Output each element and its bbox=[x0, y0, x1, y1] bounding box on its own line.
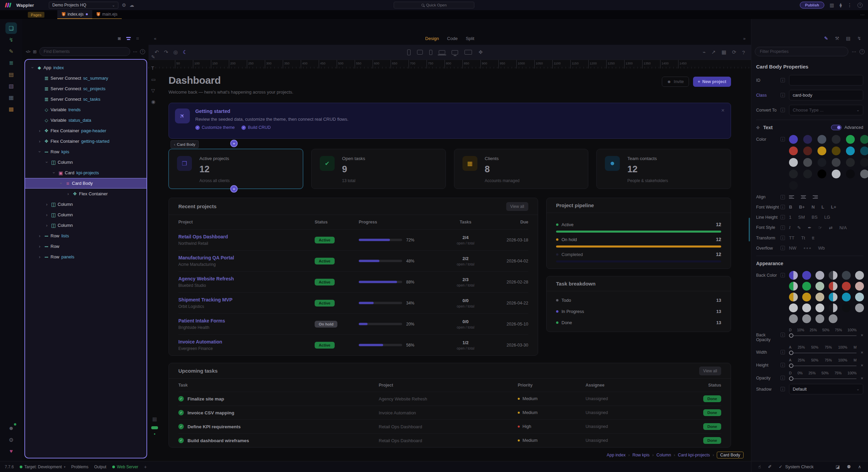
project-name-link[interactable]: Agency Website Refresh bbox=[178, 276, 315, 281]
slider-knob[interactable] bbox=[789, 333, 793, 338]
device-phone-icon[interactable] bbox=[407, 50, 411, 55]
tree-item[interactable]: Column bbox=[25, 199, 146, 210]
tree-item[interactable]: Column bbox=[25, 220, 146, 231]
color-swatch[interactable] bbox=[860, 135, 868, 144]
expand-chevron-icon[interactable] bbox=[44, 212, 50, 217]
grid-view-icon[interactable]: ▦ bbox=[722, 49, 726, 55]
more-options-icon[interactable]: ⋯ bbox=[852, 49, 856, 54]
task-check-icon[interactable] bbox=[178, 410, 184, 415]
slider-tick-label[interactable]: M bbox=[854, 358, 857, 362]
tree-item[interactable]: Flex Container getting-started bbox=[25, 136, 146, 146]
class-input[interactable]: card-body bbox=[789, 90, 863, 100]
project-row[interactable]: Shipment Tracking MVP Orbit Logistics Ac… bbox=[178, 292, 528, 313]
expand-chevron-icon[interactable] bbox=[65, 191, 71, 196]
tree-item[interactable]: Server Connect sc_tasks bbox=[25, 94, 146, 104]
toggle-switch[interactable] bbox=[831, 125, 842, 130]
back-color-swatch[interactable] bbox=[789, 314, 798, 323]
breadcrumb-item[interactable]: Column bbox=[656, 453, 678, 457]
na-option[interactable]: N/A bbox=[840, 225, 847, 230]
expand-chevron-icon[interactable] bbox=[37, 233, 42, 238]
apps-icon[interactable]: ▩ bbox=[5, 103, 17, 115]
align-right-icon[interactable] bbox=[813, 195, 818, 199]
back-color-swatch[interactable] bbox=[802, 314, 811, 323]
view-code[interactable]: Code bbox=[447, 36, 458, 41]
letter-spacing-icon[interactable]: ⇄ bbox=[829, 225, 833, 230]
back-color-swatch[interactable] bbox=[855, 271, 864, 280]
grid-toggle-icon[interactable]: ▦ bbox=[152, 416, 157, 422]
account-icon[interactable]: ☻ bbox=[5, 422, 17, 434]
dom-tree-view-icon[interactable]: ⌗ bbox=[136, 36, 139, 41]
free-resize-icon[interactable]: ✥ bbox=[478, 49, 483, 55]
clear-icon[interactable]: × bbox=[861, 350, 863, 355]
line-height-option[interactable]: 1 bbox=[789, 215, 791, 220]
project-name-link[interactable]: Shipment Tracking MVP bbox=[178, 297, 315, 302]
components-icon[interactable]: ⊞ bbox=[33, 49, 37, 54]
breadcrumb-item[interactable]: App index bbox=[607, 453, 632, 457]
expand-chevron-icon[interactable] bbox=[37, 149, 42, 154]
pages-icon[interactable]: ❏ bbox=[5, 22, 17, 34]
community-heart-icon[interactable]: ♥ bbox=[5, 446, 17, 457]
layout-icon[interactable]: ▤ bbox=[846, 36, 850, 41]
database-icon[interactable]: ≣ bbox=[5, 57, 17, 68]
overflow-option[interactable]: Wb bbox=[818, 245, 825, 251]
overflow-option[interactable]: ∘∘∘ bbox=[803, 245, 811, 251]
back-color-swatch[interactable] bbox=[829, 282, 837, 291]
tree-item[interactable]: Column bbox=[25, 210, 146, 220]
back-color-swatch[interactable] bbox=[829, 314, 837, 323]
drag-handle-icon[interactable]: ✥ bbox=[756, 125, 760, 130]
project-row[interactable]: Retail Ops Dashboard Northwind Retail Ac… bbox=[178, 229, 528, 250]
help-icon[interactable]: ? bbox=[742, 50, 745, 55]
project-row[interactable]: Invoice Automation Evergreen Finance Act… bbox=[178, 334, 528, 355]
view-design[interactable]: Design bbox=[425, 36, 439, 41]
slider-tick-label[interactable]: 50% bbox=[811, 358, 818, 362]
back-color-swatch[interactable] bbox=[815, 282, 824, 291]
transform-option[interactable]: TT bbox=[789, 235, 794, 240]
quick-open-button[interactable]: Quick Open bbox=[394, 2, 474, 8]
task-check-icon[interactable] bbox=[178, 438, 184, 443]
breadcrumb-item[interactable]: Card kpi-projects bbox=[678, 453, 717, 457]
back-color-swatch[interactable] bbox=[815, 293, 824, 301]
back-color-swatch[interactable] bbox=[842, 271, 851, 280]
back-color-swatch[interactable] bbox=[815, 303, 824, 312]
color-swatch[interactable] bbox=[817, 158, 826, 167]
theme-tool-icon[interactable]: ▽ bbox=[151, 88, 156, 93]
theme-droplet-icon[interactable]: ⧫ bbox=[840, 3, 842, 7]
kpi-card[interactable]: Open tasks 9 13 total bbox=[311, 149, 446, 189]
slider-tick-label[interactable]: A bbox=[789, 345, 791, 349]
color-swatch[interactable] bbox=[803, 135, 812, 144]
slider-tick-label[interactable]: M bbox=[854, 345, 857, 349]
refresh-icon[interactable]: ⟳ bbox=[732, 49, 736, 55]
slider-tick-label[interactable]: 75% bbox=[835, 328, 842, 332]
tree-item[interactable]: Card Body bbox=[25, 178, 146, 189]
tree-item[interactable]: Variable status_data bbox=[25, 115, 146, 125]
back-color-swatch[interactable] bbox=[855, 282, 864, 291]
help-icon[interactable]: ? bbox=[857, 3, 863, 8]
invite-button[interactable]: ☻ Invite bbox=[662, 77, 689, 87]
edit-code-icon[interactable]: ✎ bbox=[824, 36, 828, 41]
screenshot-camera-icon[interactable]: ◎ bbox=[173, 49, 178, 55]
font-weight-option[interactable]: B bbox=[789, 204, 792, 210]
clean-brush-icon[interactable]: ✐ bbox=[768, 464, 772, 469]
slider-tick-label[interactable]: A bbox=[789, 358, 791, 362]
back-color-swatch[interactable] bbox=[842, 282, 851, 291]
slider-tick-label[interactable]: 100% bbox=[848, 328, 857, 332]
kpi-card[interactable]: Team contacts 12 People & stakeholders bbox=[596, 149, 731, 189]
task-row[interactable]: Define KPI requirements Retail Ops Dashb… bbox=[178, 419, 721, 433]
tree-item[interactable]: Flex Container bbox=[25, 189, 146, 199]
view-split[interactable]: Split bbox=[466, 36, 474, 41]
back-color-swatch[interactable] bbox=[789, 282, 798, 291]
color-swatch[interactable] bbox=[846, 158, 855, 167]
device-tv-icon[interactable] bbox=[465, 50, 472, 55]
color-swatch[interactable] bbox=[789, 135, 798, 144]
collapse-left-icon[interactable]: « bbox=[154, 36, 156, 41]
redo-icon[interactable]: ↷ bbox=[164, 49, 169, 55]
slider-tick-label[interactable]: 75% bbox=[825, 345, 832, 349]
view-all-button[interactable]: View all bbox=[699, 367, 721, 375]
back-color-swatch[interactable] bbox=[842, 303, 851, 312]
project-selector[interactable]: Demo Projects HQ ⌄ bbox=[49, 2, 118, 9]
slider-tick-label[interactable]: 50% bbox=[822, 328, 829, 332]
insert-after-button[interactable]: + bbox=[230, 185, 238, 193]
color-swatch[interactable] bbox=[789, 170, 798, 178]
more-kebab-icon[interactable]: ⋮ bbox=[847, 3, 852, 7]
line-height-option[interactable]: LG bbox=[824, 215, 830, 220]
